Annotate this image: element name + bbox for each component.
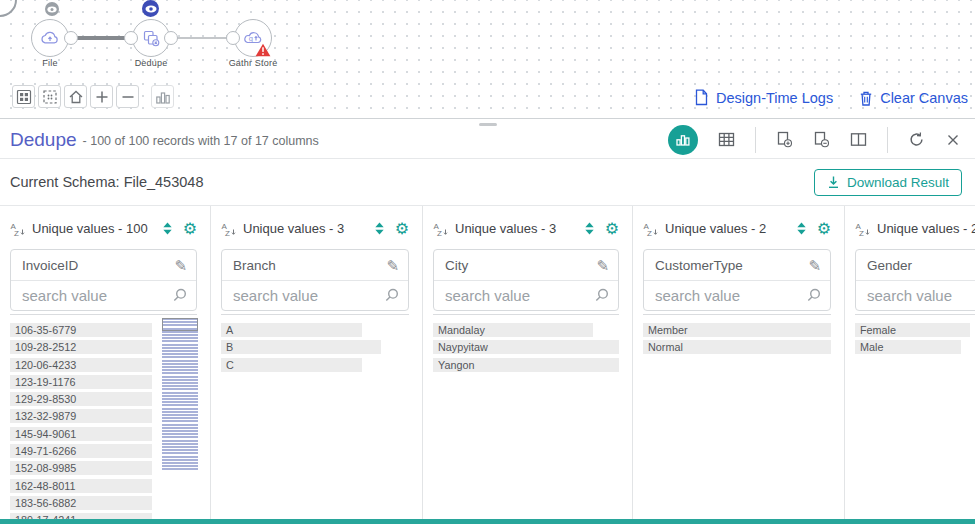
sort-az-icon[interactable] [433, 221, 449, 237]
value-bar[interactable]: 129-29-8530 [10, 392, 152, 406]
search-value-input[interactable] [20, 286, 166, 305]
panel-drag-handle[interactable] [479, 123, 497, 126]
unfold-sort-icon[interactable] [795, 221, 808, 236]
value-list: A B C [221, 323, 409, 372]
sort-az-icon[interactable] [855, 221, 871, 237]
column-filter-card: ✎ [10, 249, 197, 311]
profile-column-branch: Unique values - 3 ⚙ ✎ A B C [211, 206, 423, 524]
zoom-out-button[interactable] [116, 85, 139, 108]
bottom-panel-edge [0, 519, 975, 524]
value-bar[interactable]: Naypyitaw [433, 340, 619, 354]
value-bar[interactable]: 162-48-8011 [10, 479, 152, 493]
value-bar[interactable]: 106-35-6779 [10, 323, 152, 337]
gear-icon[interactable]: ⚙ [183, 221, 197, 237]
value-bar[interactable]: 109-28-2512 [10, 340, 152, 354]
value-bar[interactable]: Female [855, 323, 970, 337]
value-bar[interactable]: B [221, 340, 381, 354]
home-icon [68, 89, 84, 105]
field-name-input[interactable] [865, 257, 975, 274]
value-bar[interactable]: 145-94-9061 [10, 427, 152, 441]
edit-pencil-icon[interactable]: ✎ [808, 258, 821, 273]
profile-column-gender: Unique values - 2 ⚙ ✎ Female Male [845, 206, 975, 524]
values-minimap-scrollbar[interactable] [162, 318, 198, 470]
sort-az-icon[interactable] [10, 221, 26, 237]
remove-panel-button[interactable] [813, 131, 830, 148]
unfold-sort-icon[interactable] [161, 221, 174, 236]
panel-view-controls [668, 125, 961, 155]
port-dedupe-in[interactable] [124, 31, 138, 45]
divider [433, 314, 619, 315]
panel-add-icon [776, 131, 793, 148]
gear-icon[interactable]: ⚙ [817, 221, 831, 237]
panel-subtitle: - 100 of 100 records with 17 of 17 colum… [83, 131, 319, 148]
fit-grid-button[interactable] [12, 85, 35, 108]
close-button[interactable] [945, 132, 961, 148]
value-bar[interactable]: 120-06-4233 [10, 358, 152, 372]
trash-icon [859, 90, 873, 106]
value-bar[interactable]: Male [855, 340, 961, 354]
value-bar[interactable]: Normal [643, 340, 831, 354]
gear-icon[interactable]: ⚙ [605, 221, 619, 237]
column-filter-card: ✎ [855, 249, 975, 311]
minimap-viewport[interactable] [162, 318, 198, 331]
value-bar[interactable]: Yangon [433, 358, 619, 372]
zoom-in-button[interactable] [90, 85, 113, 108]
unfold-sort-icon[interactable] [583, 221, 596, 236]
field-name-input[interactable] [443, 257, 590, 274]
divider [755, 127, 756, 153]
gear-icon[interactable]: ⚙ [395, 221, 409, 237]
eye-icon [145, 5, 157, 13]
chart-tool-button[interactable] [151, 85, 174, 108]
search-value-input[interactable] [653, 286, 800, 305]
port-gathr-in[interactable] [226, 31, 240, 45]
divider [887, 127, 888, 153]
sort-az-icon[interactable] [643, 221, 659, 237]
value-bar[interactable]: A [221, 323, 362, 337]
value-bar[interactable]: 132-32-9879 [10, 409, 152, 423]
edit-pencil-icon[interactable]: ✎ [596, 258, 609, 273]
add-panel-button[interactable] [776, 131, 793, 148]
value-bar[interactable]: C [221, 358, 362, 372]
sort-az-icon[interactable] [221, 221, 237, 237]
field-name-input[interactable] [20, 257, 168, 274]
field-name-input[interactable] [653, 257, 802, 274]
column-filter-card: ✎ [221, 249, 409, 311]
search-icon [806, 288, 821, 303]
value-bar[interactable]: 183-56-6882 [10, 496, 152, 510]
profile-columns: Unique values - 100 ⚙ ✎ 106-35-6779 109-… [0, 206, 975, 524]
port-file-out[interactable] [64, 31, 78, 45]
value-bar[interactable]: 123-19-1176 [10, 375, 152, 389]
warning-icon[interactable] [255, 43, 271, 57]
split-view-button[interactable] [850, 131, 867, 148]
value-bar[interactable]: Member [643, 323, 831, 337]
search-value-input[interactable] [443, 286, 588, 305]
search-value-input[interactable] [865, 286, 975, 305]
table-view-button[interactable] [718, 131, 735, 148]
preview-eye-icon[interactable] [142, 0, 159, 17]
design-time-logs-link[interactable]: Design-Time Logs [694, 89, 833, 106]
search-icon [384, 288, 399, 303]
home-button[interactable] [64, 85, 87, 108]
refresh-button[interactable] [908, 131, 925, 148]
select-area-button[interactable] [38, 85, 61, 108]
chart-view-button[interactable] [668, 125, 698, 155]
field-name-input[interactable] [231, 257, 380, 274]
unfold-sort-icon[interactable] [373, 221, 386, 236]
dedupe-icon [142, 29, 160, 47]
download-result-button[interactable]: Download Result [814, 169, 962, 196]
search-icon [594, 288, 609, 303]
search-value-input[interactable] [231, 286, 378, 305]
profile-column-city: Unique values - 3 ⚙ ✎ Mandalay Naypyitaw… [423, 206, 633, 524]
edit-pencil-icon[interactable]: ✎ [386, 258, 399, 273]
port-dedupe-out[interactable] [164, 31, 178, 45]
value-list: Member Normal [643, 323, 831, 354]
value-bar[interactable]: 149-71-6266 [10, 444, 152, 458]
node-gathr-store-label: Gathr Store [213, 58, 293, 68]
search-icon [172, 288, 187, 303]
clear-canvas-link[interactable]: Clear Canvas [859, 90, 968, 106]
value-bar[interactable]: 152-08-9985 [10, 461, 152, 475]
edit-pencil-icon[interactable]: ✎ [174, 258, 187, 273]
unique-values-label: Unique values - 100 [32, 221, 148, 236]
value-bar[interactable]: Mandalay [433, 323, 593, 337]
preview-eye-icon[interactable] [45, 2, 59, 16]
